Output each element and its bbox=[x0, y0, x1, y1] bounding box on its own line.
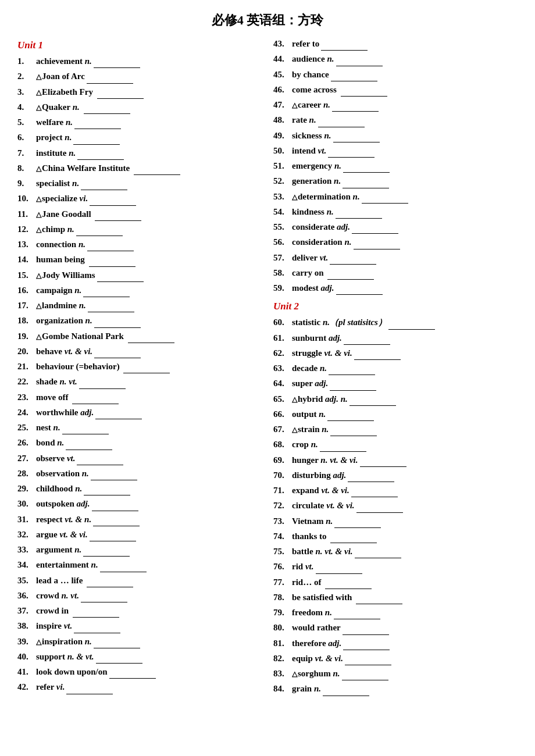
fill-blank bbox=[343, 649, 390, 650]
item-number: 20. bbox=[17, 345, 36, 358]
pos-label: vt. & vi. bbox=[65, 347, 92, 356]
triangle-icon: △ bbox=[36, 226, 41, 234]
list-item: 46.come across bbox=[273, 83, 518, 97]
pos-label: n. bbox=[73, 102, 82, 112]
pos-label: vt. bbox=[320, 253, 329, 262]
item-number: 80. bbox=[273, 621, 292, 634]
item-number: 9. bbox=[17, 177, 36, 190]
list-item: 7.institute n. bbox=[17, 147, 262, 160]
word-entry: specialist n. bbox=[36, 177, 127, 190]
word-entry: be satisfied with bbox=[292, 591, 402, 604]
fill-blank bbox=[128, 342, 174, 343]
word-entry: would rather bbox=[292, 621, 389, 634]
fill-blank bbox=[325, 588, 372, 589]
word-entry: nest n. bbox=[36, 421, 109, 434]
item-number: 71. bbox=[273, 484, 292, 497]
item-number: 73. bbox=[273, 515, 292, 528]
word-entry: Vietnam n. bbox=[292, 515, 381, 528]
word-entry: carry on bbox=[292, 266, 374, 280]
list-item: 1.achievement n. bbox=[17, 55, 262, 68]
item-number: 58. bbox=[273, 266, 292, 280]
triangle-icon: △ bbox=[36, 195, 41, 203]
word-entry: emergency n. bbox=[292, 159, 390, 173]
word-entry: consideration n. bbox=[292, 236, 400, 249]
word-entry: considerate adj. bbox=[292, 220, 398, 234]
item-number: 74. bbox=[273, 530, 292, 543]
list-item: 23.move off bbox=[17, 391, 262, 404]
item-number: 62. bbox=[273, 347, 292, 360]
fill-blank bbox=[318, 126, 365, 127]
word-entry: △Quaker n. bbox=[36, 101, 130, 114]
pos-label: vt. & vi. bbox=[324, 348, 352, 358]
list-item: 63.decade n. bbox=[273, 362, 518, 375]
word-entry: generation n. bbox=[292, 174, 389, 188]
pos-label: vi. bbox=[56, 682, 65, 691]
list-item: 12.△chimp n. bbox=[17, 223, 262, 236]
list-item: 14.human being bbox=[17, 253, 262, 266]
pos-label: n. bbox=[66, 117, 73, 127]
list-item: 71.expand vt. & vi. bbox=[273, 484, 518, 497]
word-entry: bond n. bbox=[36, 436, 112, 450]
pos-label: n. & vt. bbox=[67, 652, 94, 661]
fill-blank bbox=[320, 451, 366, 452]
word-entry: inspire vt. bbox=[36, 619, 120, 633]
list-item: 55.considerate adj. bbox=[273, 220, 518, 234]
word-entry: crop n. bbox=[292, 438, 366, 451]
item-number: 61. bbox=[273, 331, 292, 345]
fill-blank bbox=[84, 494, 130, 495]
fill-blank bbox=[388, 329, 435, 330]
list-item: 5.welfare n. bbox=[17, 116, 262, 129]
triangle-icon: △ bbox=[36, 272, 41, 280]
fill-blank bbox=[88, 311, 134, 312]
fill-blank bbox=[321, 49, 368, 51]
list-item: 40.support n. & vt. bbox=[17, 650, 262, 664]
list-item: 62.struggle vt. & vi. bbox=[273, 347, 518, 360]
list-item: 68.crop n. bbox=[273, 438, 518, 451]
fill-blank bbox=[72, 403, 119, 404]
list-item: 74.thanks to bbox=[273, 530, 518, 543]
word-entry: crowd in bbox=[36, 604, 119, 618]
fill-blank bbox=[336, 65, 383, 66]
item-number: 21. bbox=[17, 360, 36, 373]
pos-label: vt. & vi. bbox=[326, 501, 354, 510]
list-item: 77.rid… of bbox=[273, 576, 518, 589]
list-item: 31.respect vt. & n. bbox=[17, 513, 262, 526]
list-item: 73.Vietnam n. bbox=[273, 515, 518, 528]
word-entry: rid vt. bbox=[292, 560, 362, 573]
word-entry: connection n. bbox=[36, 238, 134, 251]
triangle-icon: △ bbox=[36, 73, 41, 81]
fill-blank bbox=[123, 372, 170, 373]
list-item: 30.outspoken adj. bbox=[17, 497, 262, 511]
pos-label: n. bbox=[324, 131, 331, 140]
pos-label: n. bbox=[54, 423, 60, 432]
word-entry: △specialize vi. bbox=[36, 192, 136, 205]
fill-blank bbox=[90, 205, 136, 206]
item-number: 75. bbox=[273, 545, 292, 558]
word-entry: △chimp n. bbox=[36, 223, 123, 236]
pos-label: n. bbox=[85, 316, 92, 325]
triangle-icon: △ bbox=[292, 193, 297, 201]
item-number: 37. bbox=[17, 604, 36, 618]
pos-label: n. bbox=[74, 286, 81, 295]
triangle-icon: △ bbox=[292, 395, 297, 404]
word-entry: kindness n. bbox=[292, 205, 382, 219]
pos-label: n. bbox=[65, 133, 72, 142]
item-number: 84. bbox=[273, 682, 292, 696]
page-title: 必修4 英语组：方玲 bbox=[212, 13, 324, 27]
fill-blank bbox=[331, 80, 377, 81]
left-column: Unit 1 1.achievement n.2.△Joan of Arc3.△… bbox=[17, 37, 262, 698]
fill-blank bbox=[354, 248, 400, 249]
item-number: 52. bbox=[273, 174, 292, 188]
list-item: 84.grain n. bbox=[273, 682, 518, 696]
pos-label: n. bbox=[69, 148, 76, 158]
word-entry: thanks to bbox=[292, 530, 377, 543]
fill-blank bbox=[62, 433, 109, 434]
pos-label: vt. bbox=[305, 562, 314, 571]
item-number: 35. bbox=[17, 574, 36, 587]
list-item: 64.super adj. bbox=[273, 377, 518, 390]
pos-label: n. bbox=[327, 207, 334, 216]
list-item: 22.shade n. vt. bbox=[17, 375, 262, 388]
word-entry: deliver vt. bbox=[292, 251, 376, 265]
fill-blank bbox=[134, 174, 180, 175]
word-entry: freedom n. bbox=[292, 606, 380, 619]
